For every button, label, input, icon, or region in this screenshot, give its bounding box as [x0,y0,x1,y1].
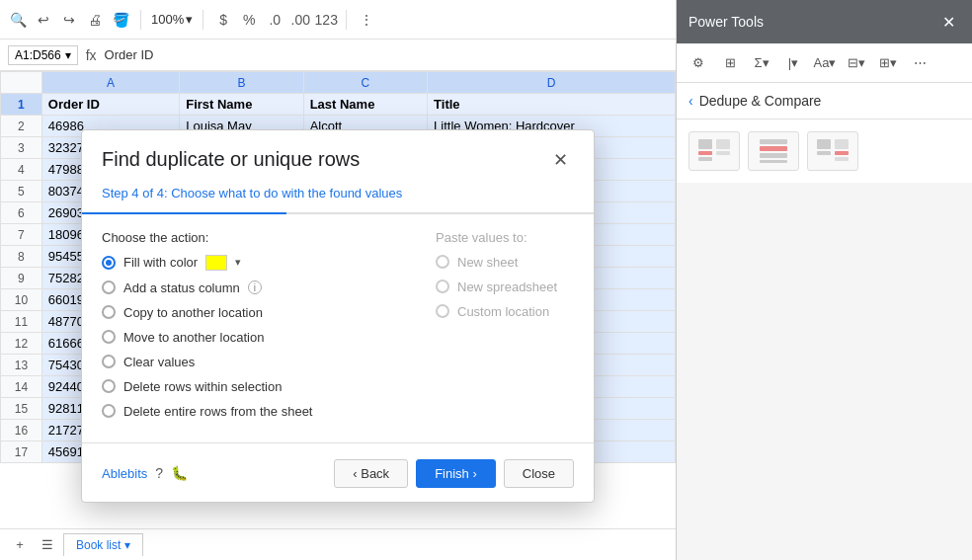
row-number: 4 [1,159,42,181]
number-format-icon[interactable]: 123 [316,10,336,30]
svg-rect-12 [835,151,849,155]
col-header-B[interactable]: B [180,72,303,94]
color-dropdown[interactable]: ▾ [235,256,241,269]
dialog-progress-bar [82,212,594,214]
active-sheet-tab[interactable]: Book list ▾ [63,533,143,556]
row-number: 5 [1,181,42,202]
cell[interactable]: First Name [180,94,303,116]
row-number: 15 [1,398,42,420]
radio-delete-selection[interactable] [102,379,116,393]
decimal-increase-icon[interactable]: .00 [290,10,310,30]
svg-rect-2 [698,157,712,161]
dialog-close-button[interactable]: ✕ [546,146,574,174]
sheet-menu-icon[interactable]: ☰ [36,533,59,557]
svg-rect-3 [716,139,730,149]
power-tools-section-title: Dedupe & Compare [699,93,822,109]
tab-dropdown-icon: ▾ [124,538,130,552]
dialog-overlay: Find duplicate or unique rows ✕ Step 4 o… [0,71,676,560]
redo-icon[interactable]: ↪ [59,10,79,30]
ablebits-logo: Ablebits [102,466,147,481]
svg-rect-8 [760,160,787,163]
formula-bar: A1:D566 ▾ fx Order ID [0,40,676,71]
row-number: 16 [1,420,42,441]
divider-1 [140,10,141,30]
pt-tool-4[interactable]: |▾ [779,49,807,77]
pt-tool-1[interactable]: ⚙ [685,49,712,77]
row-number: 11 [1,311,42,333]
col-header-C[interactable]: C [303,72,427,94]
row-number: 14 [1,376,42,398]
radio-fill-color[interactable] [102,256,116,270]
percent-icon[interactable]: % [239,10,259,30]
dedupe-icon-3[interactable] [807,131,858,171]
col-header-D[interactable]: D [428,72,676,94]
cell[interactable]: Title [428,94,676,116]
zoom-level[interactable]: 100% ▾ [151,12,193,27]
finish-button[interactable]: Finish › [416,459,496,488]
back-button[interactable]: ‹ Back [334,459,408,488]
power-tools-close-button[interactable]: ✕ [936,10,960,34]
row-number: 7 [1,224,42,246]
pt-tool-7[interactable]: ⊞▾ [874,49,902,77]
sheet-content: A B C D 1Order IDFirst NameLast NameTitl… [0,71,676,560]
row-number: 9 [1,268,42,289]
print-icon[interactable]: 🖨 [85,10,105,30]
pt-tool-2[interactable]: ⊞ [716,49,744,77]
more-options-icon[interactable]: ⋮ [357,10,376,30]
move-location-label: Move to another location [123,330,264,345]
find-duplicates-dialog: Find duplicate or unique rows ✕ Step 4 o… [81,129,595,503]
action-status-column[interactable]: Add a status column i [102,280,416,295]
search-icon[interactable]: 🔍 [8,10,28,30]
radio-clear-values[interactable] [102,355,116,368]
formula-value: Order ID [105,47,154,62]
radio-status-column[interactable] [102,280,116,294]
svg-rect-10 [817,151,831,155]
row-number: 6 [1,202,42,224]
power-tools-header: Power Tools ✕ [677,0,972,43]
svg-rect-5 [760,139,787,144]
close-button[interactable]: Close [504,459,574,488]
action-section-title: Choose the action: [102,230,416,245]
format-paint-icon[interactable]: 🪣 [111,10,130,30]
action-copy-location[interactable]: Copy to another location [102,305,416,320]
row-number: 17 [1,441,42,463]
action-delete-entire[interactable]: Delete entire rows from the sheet [102,404,416,419]
decimal-decrease-icon[interactable]: .0 [265,10,284,30]
action-fill-color[interactable]: Fill with color ▾ [102,255,416,271]
dedupe-icon-1[interactable] [688,131,740,171]
dialog-title: Find duplicate or unique rows [102,148,538,171]
col-header-A[interactable]: A [41,72,179,94]
footer-icons: ? 🐛 [155,465,188,481]
radio-custom-location [436,304,449,318]
cell-reference[interactable]: A1:D566 ▾ [8,45,78,65]
power-tools-back-arrow[interactable]: ‹ [688,93,693,109]
pt-tool-more[interactable]: ⋯ [906,49,933,77]
status-column-label: Add a status column [123,280,240,295]
pt-tool-3[interactable]: Σ▾ [748,49,775,77]
paste-new-sheet: New sheet [436,255,574,270]
help-icon[interactable]: ? [155,465,163,481]
radio-move-location[interactable] [102,330,116,344]
cell[interactable]: Order ID [41,94,179,116]
action-delete-selection[interactable]: Delete rows within selection [102,379,416,394]
color-swatch[interactable] [205,255,227,271]
row-number: 10 [1,289,42,311]
pt-tool-5[interactable]: Aa▾ [811,49,839,77]
radio-copy-location[interactable] [102,305,116,319]
pt-tool-6[interactable]: ⊟▾ [843,49,870,77]
dedupe-icon-2[interactable] [748,131,799,171]
svg-rect-6 [760,146,787,151]
undo-icon[interactable]: ↩ [34,10,53,30]
add-sheet-icon[interactable]: + [8,533,32,557]
radio-delete-entire[interactable] [102,404,116,418]
new-spreadsheet-label: New spreadsheet [457,280,557,294]
currency-icon[interactable]: $ [213,10,233,30]
action-move-location[interactable]: Move to another location [102,330,416,345]
row-number: 13 [1,355,42,376]
toolbar: 🔍 ↩ ↪ 🖨 🪣 100% ▾ $ % .0 .00 123 ⋮ [0,0,676,40]
bug-icon[interactable]: 🐛 [171,465,188,481]
info-icon[interactable]: i [248,280,262,294]
action-clear-values[interactable]: Clear values [102,355,416,369]
svg-rect-13 [835,157,849,161]
cell[interactable]: Last Name [303,94,427,116]
